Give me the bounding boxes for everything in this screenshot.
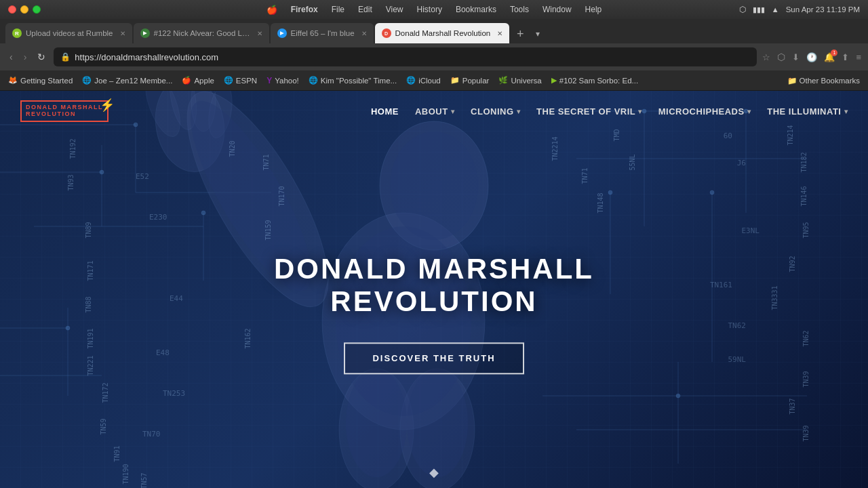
close-button[interactable] [8, 5, 16, 14]
tab-donald[interactable]: D Donald Marshall Revolution ✕ [375, 23, 510, 43]
bookmark-label: iCloud [418, 77, 441, 85]
fullscreen-button[interactable] [33, 5, 41, 14]
tab-rumble[interactable]: R Upload videos at Rumble ✕ [5, 23, 132, 43]
download-button[interactable]: ⬇ [792, 52, 800, 62]
bookmark-apple[interactable]: 🍎 Apple [182, 76, 214, 85]
bookmark-label: Popular [462, 77, 490, 85]
notifications-button[interactable]: 🔔1 [824, 52, 835, 62]
discover-truth-button[interactable]: DISCOVER THE TRUTH [344, 342, 524, 374]
bookmark-label: Getting Started [20, 77, 73, 85]
extensions-button[interactable]: ⬆ [842, 52, 849, 62]
menu-button[interactable]: ≡ [856, 52, 861, 62]
apple-icon[interactable]: 🍎 [267, 5, 277, 15]
menu-file[interactable]: File [332, 5, 344, 14]
tab-eiffel-label: Eiffel 65 – I'm blue [291, 29, 355, 37]
illuminati-chevron-icon: ▾ [844, 108, 848, 115]
scroll-indicator[interactable]: ◆ [429, 465, 439, 480]
logo-text-line2: REVOLUTION [26, 111, 103, 118]
nav-microchip-label: MICROCHIPHEADS [658, 106, 745, 117]
site-logo[interactable]: DONALD MARSHALL REVOLUTION ⚡ [20, 100, 108, 122]
menu-bookmarks[interactable]: Bookmarks [456, 5, 496, 14]
svg-point-25 [710, 190, 714, 195]
bookmark-yahoo[interactable]: Y Yahoo! [267, 76, 299, 85]
svg-point-20 [100, 170, 104, 174]
bookmark-popular[interactable]: 📁 Popular [450, 76, 490, 85]
about-chevron-icon: ▾ [451, 108, 455, 115]
vril-chevron-icon: ▾ [638, 108, 642, 115]
new-tab-button[interactable]: + [511, 24, 530, 43]
menu-view[interactable]: View [386, 5, 403, 14]
bookmark-kim[interactable]: 🌐 Kim "Possible" Time... [309, 76, 397, 85]
folder-icon: 📁 [787, 76, 797, 85]
bookmark-icloud[interactable]: 🌐 iCloud [406, 76, 441, 85]
nav-illuminati[interactable]: THE ILLUMINATI ▾ [767, 106, 848, 117]
microchip-chevron-icon: ▾ [747, 108, 751, 115]
bookmarks-bar: 🦊 Getting Started 🌐 Joe – Zen12 Membe...… [0, 70, 868, 91]
tab-donald-close[interactable]: ✕ [497, 30, 502, 37]
menu-edit[interactable]: Edit [358, 5, 372, 14]
back-button[interactable]: ‹ [7, 49, 16, 65]
reload-button[interactable]: ↻ [35, 49, 48, 65]
bookmark-sam-sorbo[interactable]: ▶ #102 Sam Sorbo: Ed... [551, 76, 638, 85]
bookmark-espn[interactable]: 🌐 ESPN [224, 76, 257, 85]
nav-cloning[interactable]: CLONING ▾ [471, 106, 520, 117]
nav-cloning-label: CLONING [471, 106, 513, 117]
nav-vril-label: THE SECRET OF VRIL [536, 106, 635, 117]
lightning-icon: ⚡ [100, 99, 115, 113]
yahoo-bookmark-icon: Y [267, 76, 272, 85]
forward-button[interactable]: › [21, 49, 30, 65]
hero-title: DONALD MARSHALL REVOLUTION [217, 253, 651, 318]
firefox-bookmark-icon: 🦊 [8, 76, 18, 85]
menu-window[interactable]: Window [542, 5, 572, 14]
svg-point-21 [201, 211, 205, 215]
minimize-button[interactable] [20, 5, 28, 14]
nav-about[interactable]: ABOUT ▾ [415, 106, 454, 117]
url-bar[interactable]: 🔒 https://donaldmarshallrevolution.com [54, 47, 757, 66]
tab-eiffel-close[interactable]: ✕ [361, 30, 367, 37]
system-time: Sun Apr 23 11:19 PM [786, 5, 860, 14]
other-bookmarks[interactable]: 📁 Other Bookmarks [787, 76, 860, 85]
menu-firefox[interactable]: Firefox [291, 5, 318, 14]
bookmark-getting-started[interactable]: 🦊 Getting Started [8, 76, 73, 85]
bookmark-label: Apple [194, 77, 214, 85]
tab-nick-close[interactable]: ✕ [257, 30, 262, 37]
url-text: https://donaldmarshallrevolution.com [75, 52, 218, 62]
bookmark-label: Kim "Possible" Time... [321, 77, 397, 85]
sam-bookmark-icon: ▶ [551, 76, 557, 85]
nav-vril[interactable]: THE SECRET OF VRIL ▾ [536, 106, 642, 117]
menu-tools[interactable]: Tools [510, 5, 529, 14]
nav-home[interactable]: HOME [371, 106, 399, 117]
pocket-button[interactable]: ⬡ [777, 52, 785, 62]
svg-point-39 [390, 131, 478, 240]
bookmark-label: Universa [511, 77, 541, 85]
bookmark-universa[interactable]: 🌿 Universa [498, 76, 541, 85]
bookmark-star-button[interactable]: ☆ [762, 52, 770, 62]
svg-point-27 [676, 394, 680, 398]
donald-favicon: D [382, 28, 391, 38]
menu-help[interactable]: Help [585, 5, 602, 14]
icloud-bookmark-icon: 🌐 [406, 76, 416, 85]
kim-bookmark-icon: 🌐 [309, 76, 318, 85]
tab-bar: R Upload videos at Rumble ✕ ▶ #122 Nick … [0, 19, 868, 43]
tab-rumble-close[interactable]: ✕ [120, 30, 125, 37]
nav-microchip[interactable]: MICROCHIPHEADS ▾ [658, 106, 751, 117]
tab-donald-label: Donald Marshall Revolution [395, 29, 491, 37]
eiffel-favicon: ▶ [277, 28, 287, 38]
menu-history[interactable]: History [417, 5, 442, 14]
titlebar: 🍎 Firefox File Edit View History Bookmar… [0, 0, 868, 19]
rumble-favicon: R [12, 28, 22, 38]
apple-bookmark-icon: 🍎 [182, 76, 191, 85]
tab-rumble-label: Upload videos at Rumble [26, 29, 113, 37]
bookmark-joe[interactable]: 🌐 Joe – Zen12 Membe... [82, 76, 172, 85]
svg-point-26 [66, 326, 70, 330]
joe-bookmark-icon: 🌐 [82, 76, 92, 85]
cloning-chevron-icon: ▾ [517, 108, 521, 115]
tab-nick[interactable]: ▶ #122 Nick Alvear: Good Lion Fi... ✕ [134, 23, 269, 43]
tab-overflow-button[interactable]: ▾ [531, 24, 545, 43]
tab-eiffel[interactable]: ▶ Eiffel 65 – I'm blue ✕ [271, 23, 374, 43]
other-bookmarks-label: Other Bookmarks [800, 77, 860, 85]
traffic-lights[interactable] [8, 5, 41, 14]
security-icon: 🔒 [60, 52, 71, 62]
bookmark-label: ESPN [236, 77, 257, 85]
history-button[interactable]: 🕐 [806, 52, 817, 62]
